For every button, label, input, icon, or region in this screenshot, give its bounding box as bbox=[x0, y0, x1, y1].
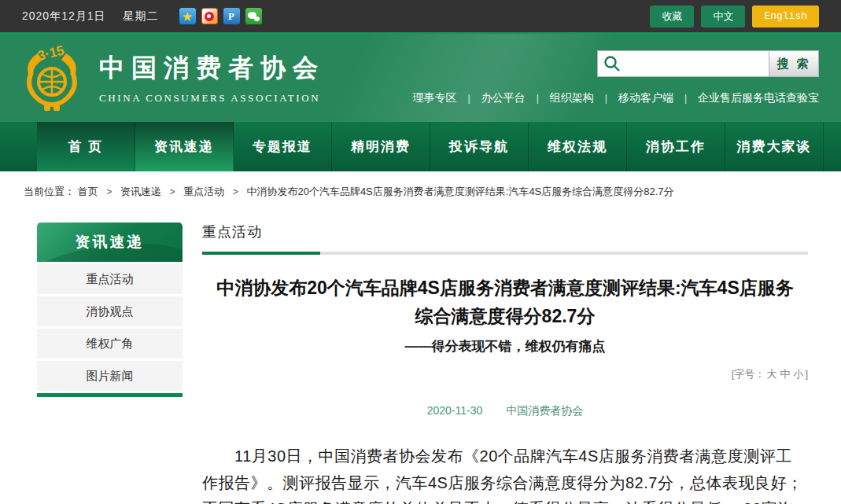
weibo-icon[interactable] bbox=[201, 8, 218, 24]
nav-complaint-guide[interactable]: 投诉导航 bbox=[430, 122, 529, 171]
cca-315-emblem-icon: 3·15 bbox=[20, 44, 83, 112]
search-button[interactable]: 搜 索 bbox=[769, 50, 819, 77]
link-mobile-client[interactable]: 移动客户端 bbox=[618, 91, 673, 105]
wechat-bubble2-glyph bbox=[254, 17, 260, 21]
breadcrumb-separator: > bbox=[170, 186, 175, 197]
sidebar-item-key-activities[interactable]: 重点活动 bbox=[37, 264, 183, 294]
breadcrumb-separator: > bbox=[106, 186, 112, 197]
section-underline-accent bbox=[202, 252, 320, 255]
site-name: 中国消费者协会 bbox=[99, 51, 325, 86]
qzone-icon[interactable]: ★ bbox=[179, 8, 196, 24]
social-share-icons: ★ P bbox=[179, 8, 262, 24]
search-icon bbox=[603, 54, 622, 73]
search-input[interactable] bbox=[597, 50, 769, 77]
article-meta: 2020-11-30 中国消费者协会 bbox=[202, 404, 808, 418]
english-language-button[interactable]: English bbox=[752, 6, 819, 28]
nav-rights-laws[interactable]: 维权法规 bbox=[529, 122, 627, 171]
site-header: 3·15 中国消费者协会 CHINA CONSUMERS ASSOCIATION… bbox=[0, 34, 841, 122]
nav-smart-consume[interactable]: 精明消费 bbox=[332, 122, 430, 171]
article-date: 2020-11-30 bbox=[427, 404, 483, 417]
topbar-buttons: 收藏 中文 English bbox=[650, 6, 819, 28]
link-org-structure[interactable]: 组织架构 bbox=[550, 91, 594, 105]
page-content: 资讯速递 重点活动 消协观点 维权广角 图片新闻 重点活动 中消协发布20个汽车… bbox=[0, 199, 841, 504]
font-size-small-button[interactable]: 小 bbox=[793, 368, 803, 380]
sidebar-item-photo-news[interactable]: 图片新闻 bbox=[37, 361, 183, 391]
nav-cca-work[interactable]: 消协工作 bbox=[627, 122, 725, 171]
link-separator: | bbox=[468, 93, 470, 104]
link-aftersales-phone-check[interactable]: 企业售后服务电话查验宝 bbox=[698, 91, 819, 105]
breadcrumb-separator: > bbox=[233, 186, 238, 197]
article-source: 中国消费者协会 bbox=[506, 404, 583, 417]
breadcrumb: 当前位置： 首页 > 资讯速递 > 重点活动 > 中消协发布20个汽车品牌4S店… bbox=[0, 171, 841, 199]
main-navigation: 首 页 资讯速递 专题报道 精明消费 投诉导航 维权法规 消协工作 消费大家谈 bbox=[0, 122, 841, 171]
pengyou-icon[interactable]: P bbox=[223, 8, 240, 24]
breadcrumb-news-express[interactable]: 资讯速递 bbox=[120, 186, 161, 197]
breadcrumb-home[interactable]: 首页 bbox=[78, 186, 98, 197]
sidebar-item-rights-view[interactable]: 维权广角 bbox=[37, 329, 183, 359]
link-office-platform[interactable]: 办公平台 bbox=[481, 91, 526, 105]
link-separator: | bbox=[684, 93, 687, 104]
sidebar-bottom-bar bbox=[37, 393, 183, 397]
nav-special-reports[interactable]: 专题报道 bbox=[234, 122, 332, 171]
font-size-controls: [字号：大中小] bbox=[202, 367, 808, 381]
wechat-icon[interactable] bbox=[245, 8, 262, 24]
site-logo[interactable]: 3·15 中国消费者协会 CHINA CONSUMERS ASSOCIATION bbox=[20, 44, 325, 112]
font-size-medium-button[interactable]: 中 bbox=[780, 368, 790, 380]
site-search: 搜 索 bbox=[597, 50, 819, 77]
article-title: 中消协发布20个汽车品牌4S店服务消费者满意度测评结果:汽车4S店服务综合满意度… bbox=[214, 274, 796, 330]
article-area: 重点活动 中消协发布20个汽车品牌4S店服务消费者满意度测评结果:汽车4S店服务… bbox=[202, 223, 808, 504]
font-size-suffix: ] bbox=[805, 368, 808, 380]
site-name-english: CHINA CONSUMERS ASSOCIATION bbox=[99, 92, 325, 105]
svg-text:3·15: 3·15 bbox=[36, 44, 66, 64]
breadcrumb-prefix: 当前位置： bbox=[24, 186, 75, 197]
sidebar-title: 资讯速递 bbox=[37, 223, 183, 262]
link-council-zone[interactable]: 理事专区 bbox=[413, 91, 457, 105]
chinese-language-button[interactable]: 中文 bbox=[701, 6, 745, 28]
link-separator: | bbox=[605, 93, 607, 104]
breadcrumb-current-page: 中消协发布20个汽车品牌4S店服务消费者满意度测评结果:汽车4S店服务综合满意度… bbox=[246, 186, 673, 197]
nav-consumer-talk[interactable]: 消费大家谈 bbox=[725, 122, 824, 171]
section-title: 重点活动 bbox=[202, 223, 808, 241]
article-subtitle: ——得分表现不错，维权仍有痛点 bbox=[202, 337, 808, 355]
current-date: 2020年12月1日 bbox=[22, 9, 106, 24]
header-quick-links: 理事专区 | 办公平台 | 组织架构 | 移动客户端 | 企业售后服务电话查验宝 bbox=[413, 91, 820, 105]
sidebar-item-cca-views[interactable]: 消协观点 bbox=[37, 296, 183, 326]
font-size-large-button[interactable]: 大 bbox=[766, 368, 776, 380]
section-underline bbox=[202, 252, 808, 255]
breadcrumb-key-activities[interactable]: 重点活动 bbox=[183, 186, 224, 197]
link-separator: | bbox=[537, 93, 539, 104]
current-weekday: 星期二 bbox=[124, 9, 159, 24]
site-title-block: 中国消费者协会 CHINA CONSUMERS ASSOCIATION bbox=[99, 51, 325, 105]
weibo-eye-glyph bbox=[205, 12, 214, 21]
sidebar: 资讯速递 重点活动 消协观点 维权广角 图片新闻 bbox=[37, 223, 183, 504]
nav-news-express[interactable]: 资讯速递 bbox=[135, 122, 234, 171]
favorite-button[interactable]: 收藏 bbox=[650, 6, 694, 28]
article-body: 11月30日，中国消费者协会发布《20个品牌汽车4S店服务消费者满意度测评工作报… bbox=[202, 443, 808, 504]
nav-home[interactable]: 首 页 bbox=[37, 122, 135, 171]
font-size-prefix: [字号： bbox=[732, 368, 765, 380]
top-utility-bar: 2020年12月1日 星期二 ★ P 收藏 中文 English bbox=[0, 0, 841, 34]
